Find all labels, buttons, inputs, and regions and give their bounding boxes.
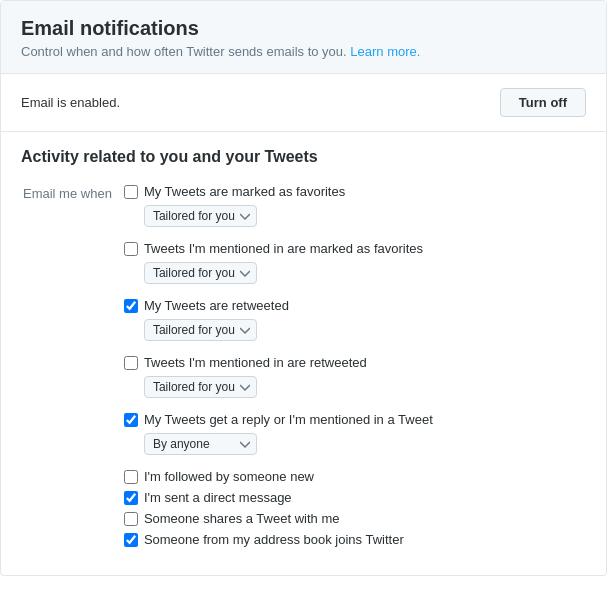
checkbox-opt1[interactable] — [124, 185, 138, 199]
option-group-2: Tweets I'm mentioned in are marked as fa… — [124, 241, 584, 284]
standalone-option-2: I'm sent a direct message — [124, 490, 584, 505]
option-row-5: My Tweets get a reply or I'm mentioned i… — [124, 412, 584, 427]
select-opt5[interactable]: Tailored for you By anyone — [144, 433, 257, 455]
checkbox-s4[interactable] — [124, 533, 138, 547]
option-group-3: My Tweets are retweeted Tailored for you… — [124, 298, 584, 341]
activity-section: Activity related to you and your Tweets … — [1, 132, 606, 575]
option-row-2: Tweets I'm mentioned in are marked as fa… — [124, 241, 584, 256]
header-subtitle: Control when and how often Twitter sends… — [21, 44, 586, 59]
header-section: Email notifications Control when and how… — [1, 1, 606, 74]
option-row-3: My Tweets are retweeted — [124, 298, 584, 313]
select-opt3[interactable]: Tailored for you By anyone — [144, 319, 257, 341]
learn-more-link[interactable]: Learn more. — [350, 44, 420, 59]
options-column: My Tweets are marked as favorites Tailor… — [124, 184, 584, 553]
checkbox-s3[interactable] — [124, 512, 138, 526]
checkbox-opt3[interactable] — [124, 299, 138, 313]
standalone-option-3: Someone shares a Tweet with me — [124, 511, 584, 526]
option-group-5: My Tweets get a reply or I'm mentioned i… — [124, 412, 584, 455]
checkbox-s1[interactable] — [124, 470, 138, 484]
standalone-option-1: I'm followed by someone new — [124, 469, 584, 484]
turn-off-button[interactable]: Turn off — [500, 88, 586, 117]
email-options-table: Email me when My Tweets are marked as fa… — [21, 182, 586, 555]
email-status-text: Email is enabled. — [21, 95, 120, 110]
page-title: Email notifications — [21, 17, 586, 40]
option-row-4: Tweets I'm mentioned in are retweeted — [124, 355, 584, 370]
page-container: Email notifications Control when and how… — [0, 0, 607, 576]
standalone-label-2[interactable]: I'm sent a direct message — [144, 490, 292, 505]
checkbox-opt2[interactable] — [124, 242, 138, 256]
standalone-label-1[interactable]: I'm followed by someone new — [144, 469, 314, 484]
select-opt1[interactable]: Tailored for you By anyone — [144, 205, 257, 227]
checkbox-s2[interactable] — [124, 491, 138, 505]
section-title: Activity related to you and your Tweets — [21, 148, 586, 166]
option-row-1: My Tweets are marked as favorites — [124, 184, 584, 199]
standalone-option-4: Someone from my address book joins Twitt… — [124, 532, 584, 547]
select-opt2[interactable]: Tailored for you By anyone — [144, 262, 257, 284]
email-me-when-label: Email me when — [23, 184, 122, 553]
checkbox-opt5[interactable] — [124, 413, 138, 427]
option-label-1[interactable]: My Tweets are marked as favorites — [144, 184, 345, 199]
standalone-label-4[interactable]: Someone from my address book joins Twitt… — [144, 532, 404, 547]
header-subtitle-text: Control when and how often Twitter sends… — [21, 44, 347, 59]
standalone-label-3[interactable]: Someone shares a Tweet with me — [144, 511, 340, 526]
standalone-options-section: I'm followed by someone new I'm sent a d… — [124, 469, 584, 547]
option-label-4[interactable]: Tweets I'm mentioned in are retweeted — [144, 355, 367, 370]
select-opt4[interactable]: Tailored for you By anyone — [144, 376, 257, 398]
checkbox-opt4[interactable] — [124, 356, 138, 370]
option-group-4: Tweets I'm mentioned in are retweeted Ta… — [124, 355, 584, 398]
option-group-1: My Tweets are marked as favorites Tailor… — [124, 184, 584, 227]
option-label-3[interactable]: My Tweets are retweeted — [144, 298, 289, 313]
option-label-2[interactable]: Tweets I'm mentioned in are marked as fa… — [144, 241, 423, 256]
email-status-bar: Email is enabled. Turn off — [1, 74, 606, 132]
option-label-5[interactable]: My Tweets get a reply or I'm mentioned i… — [144, 412, 433, 427]
